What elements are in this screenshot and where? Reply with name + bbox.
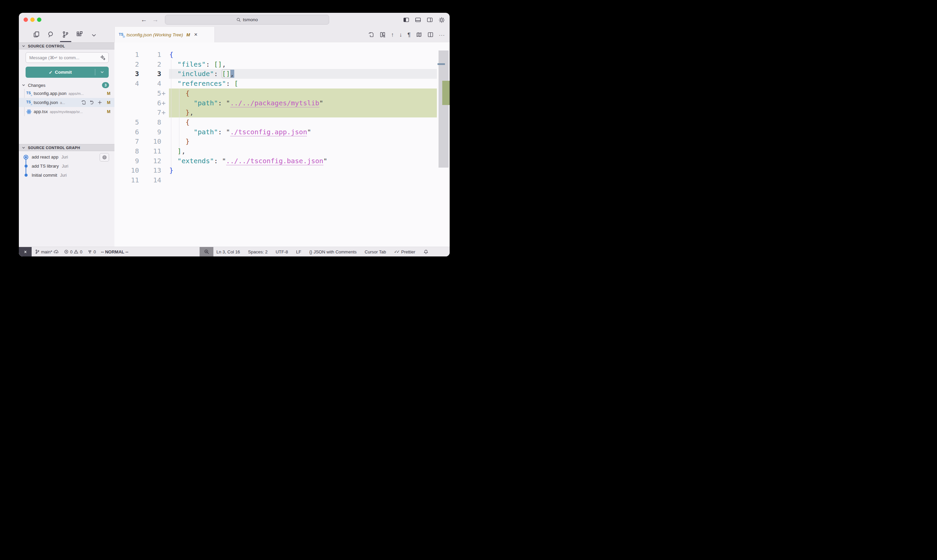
formatter-item[interactable]: ✓✓ Prettier (394, 249, 415, 254)
commit-button[interactable]: ✓ Commit (26, 67, 109, 78)
commit-message-placeholder: Message (⌘↵ to comm... (29, 55, 100, 60)
git-branch-icon (35, 249, 40, 254)
indentation-item[interactable]: Spaces: 2 (248, 249, 268, 254)
discard-changes-icon[interactable] (89, 100, 94, 105)
command-center-search[interactable]: tsmono (165, 15, 329, 25)
tab-close-icon[interactable]: × (194, 31, 198, 38)
cloud-upload-icon (54, 249, 59, 254)
code-text: } (169, 137, 189, 146)
code-line[interactable]: 1013} (114, 166, 450, 175)
code-line[interactable]: 22 "files": [], (114, 60, 450, 69)
previous-change-icon[interactable]: ↑ (391, 32, 394, 38)
old-line-number: 11 (114, 175, 139, 185)
tab-strip: TS tsconfig.json (Working Tree) M × ↑ ↓ … (19, 27, 450, 42)
vim-mode-indicator[interactable]: -- NORMAL -- (101, 249, 128, 254)
code-text: "references": [ (169, 79, 238, 89)
code-line[interactable]: 5+ { (114, 89, 450, 98)
code-line[interactable]: 44 "references": [ (114, 79, 450, 89)
language-mode-item[interactable]: {} JSON with Comments (309, 249, 357, 254)
modified-badge: M (104, 109, 113, 114)
code-text: }, (169, 108, 194, 117)
eol-item[interactable]: LF (296, 249, 301, 254)
search-value: tsmono (243, 17, 258, 22)
history-back-icon[interactable]: ← (141, 13, 147, 27)
overview-added-marker (442, 81, 450, 105)
commit-author: Juri (60, 173, 67, 178)
new-line-number: 9 (139, 127, 161, 137)
modified-badge: M (104, 100, 113, 105)
toggle-panel-icon[interactable] (415, 17, 421, 23)
changed-file-row[interactable]: app.tsx apps/myviteapp/sr... M (19, 107, 114, 116)
section-title: SOURCE CONTROL GRAPH (28, 146, 80, 150)
indentation: Spaces: 2 (248, 249, 268, 254)
code-line[interactable]: 33 "include": [], (114, 69, 450, 79)
old-line-number: 9 (114, 156, 139, 166)
changes-group-header[interactable]: Changes 3 (19, 82, 114, 89)
code-line[interactable]: 811 ], (114, 146, 450, 156)
commit-button-label: Commit (55, 70, 72, 75)
check-icon: ✓ (49, 70, 52, 75)
source-control-graph-header[interactable]: SOURCE CONTROL GRAPH (19, 144, 114, 151)
open-file-action-icon[interactable] (81, 100, 86, 105)
remote-indicator[interactable] (19, 247, 32, 257)
sparkle-ai-icon[interactable] (100, 55, 106, 61)
explorer-icon[interactable] (33, 31, 40, 38)
source-control-icon[interactable] (62, 31, 69, 38)
commit-dropdown-button[interactable] (95, 70, 109, 74)
minimize-window-button[interactable] (30, 17, 35, 22)
commit-row[interactable]: add react app Juri (19, 152, 114, 162)
toggle-primary-sidebar-icon[interactable] (403, 17, 409, 23)
diff-editor[interactable]: 11{22 "files": [],33 "include": [],44 "r… (114, 42, 450, 247)
commit-row[interactable]: add TS library Juri (19, 162, 114, 171)
inline-diff-view-icon[interactable] (380, 32, 386, 38)
code-line[interactable]: 58 { (114, 117, 450, 127)
new-line-number: 12 (139, 156, 161, 166)
code-line[interactable]: 7+ }, (114, 108, 450, 117)
next-change-icon[interactable]: ↓ (399, 32, 402, 38)
problems-status-item[interactable]: 0 0 (64, 249, 82, 254)
zoom-window-button[interactable] (37, 17, 42, 22)
split-editor-icon[interactable] (428, 32, 434, 38)
activity-bar (19, 27, 114, 42)
more-actions-icon[interactable]: ··· (439, 32, 445, 37)
stage-changes-icon[interactable] (97, 100, 102, 105)
source-control-section-header[interactable]: SOURCE CONTROL (19, 42, 114, 49)
changed-file-row-selected[interactable]: TS tsconfig.json a... M (19, 98, 114, 107)
changed-file-row[interactable]: TS tsconfig.app.json apps/m... M (19, 89, 114, 98)
code-line[interactable]: 6+ "path": "../../packages/mytslib" (114, 98, 450, 108)
tab-tsconfig-working-tree[interactable]: TS tsconfig.json (Working Tree) M × (114, 27, 215, 42)
history-forward-icon[interactable]: → (152, 13, 158, 27)
goto-current-history-item-button[interactable] (100, 153, 109, 162)
ports-count: 0 (94, 249, 96, 254)
ports-status-item[interactable]: 0 (88, 249, 96, 254)
code-line[interactable]: 912 "extends": "../../tsconfig.base.json… (114, 156, 450, 166)
commit-message-input[interactable]: Message (⌘↵ to comm... (26, 52, 109, 63)
branch-status-item[interactable]: main* (35, 249, 59, 254)
file-name: app.tsx (34, 109, 48, 114)
more-views-chevron-icon[interactable] (91, 32, 97, 38)
encoding-item[interactable]: UTF-8 (275, 249, 288, 254)
code-line[interactable]: 11{ (114, 50, 450, 60)
extensions-icon[interactable] (76, 31, 83, 38)
search-view-icon[interactable] (48, 31, 54, 38)
commit-row[interactable]: Initial commit Juri (19, 171, 114, 180)
radio-tower-icon (88, 249, 92, 254)
code-line[interactable]: 1114 (114, 175, 450, 185)
minimap-icon[interactable] (416, 32, 422, 38)
scrollbar-slider[interactable] (438, 51, 449, 168)
code-line[interactable]: 69 "path": "./tsconfig.app.json" (114, 127, 450, 137)
notifications-bell-icon[interactable] (423, 249, 428, 254)
render-whitespace-icon[interactable]: ¶ (408, 32, 411, 38)
toggle-secondary-sidebar-icon[interactable] (427, 17, 433, 23)
old-line-number: 8 (114, 146, 139, 156)
screencast-zoom-indicator[interactable] (200, 247, 213, 257)
file-path: a... (60, 101, 81, 105)
open-file-icon[interactable] (368, 32, 374, 38)
cursor-tab-item[interactable]: Cursor Tab (365, 249, 386, 254)
settings-gear-icon[interactable] (438, 17, 445, 23)
cursor-position-item[interactable]: Ln 3, Col 16 (216, 249, 240, 254)
code-line[interactable]: 710 } (114, 137, 450, 146)
close-window-button[interactable] (23, 17, 28, 22)
commit-message: Initial commit (32, 173, 57, 178)
old-line-number: 4 (114, 79, 139, 89)
